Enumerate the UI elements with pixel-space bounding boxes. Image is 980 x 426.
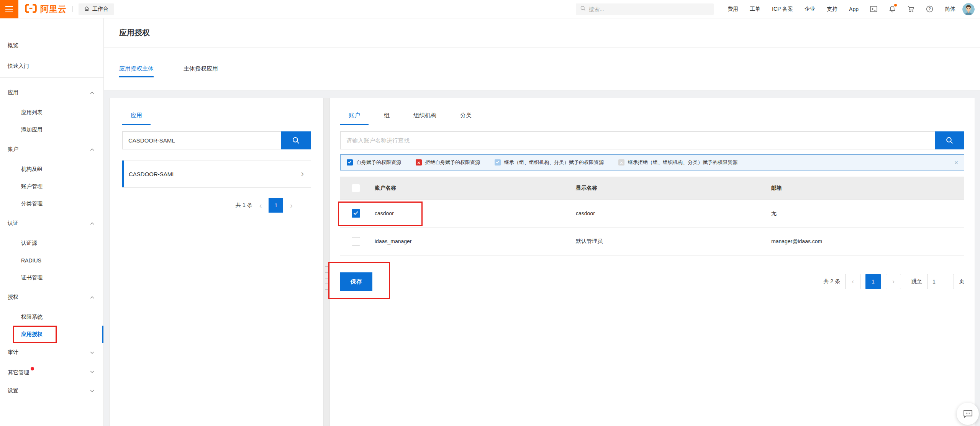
table-row[interactable]: idaas_manager 默认管理员 manager@idaas.com	[340, 228, 964, 256]
chevron-up-icon	[90, 148, 94, 151]
nav-app[interactable]: App	[849, 6, 859, 12]
nav-icp[interactable]: ICP 备案	[772, 6, 793, 13]
bell-icon	[889, 5, 896, 13]
sidebar-item-org-groups[interactable]: 机构及组	[0, 161, 103, 178]
cell-display-name: casdoor	[576, 210, 771, 216]
cart-icon	[907, 5, 914, 13]
sidebar-group-authorization[interactable]: 授权	[0, 286, 103, 308]
total-count: 共 1 条	[236, 202, 252, 209]
save-button[interactable]: 保存	[340, 272, 372, 291]
cloud-shell-button[interactable]	[870, 6, 877, 12]
app-search-input[interactable]	[122, 131, 281, 149]
legend-inherited: 继承（组、组织机构、分类）赋予的权限资源	[495, 159, 604, 166]
nav-billing[interactable]: 费用	[728, 6, 738, 13]
page-title-bar: 应用授权	[104, 18, 980, 48]
global-search[interactable]	[576, 3, 714, 15]
sidebar-group-authentication[interactable]: 认证	[0, 212, 103, 234]
new-badge-dot	[31, 367, 34, 370]
sidebar-item-auth-sources[interactable]: 认证源	[0, 234, 103, 252]
sidebar-item-add-app[interactable]: 添加应用	[0, 121, 103, 138]
active-indicator	[102, 326, 103, 343]
denied-checkbox-icon: ×	[416, 159, 422, 165]
next-page-button[interactable]: ›	[290, 202, 293, 209]
nav-enterprise[interactable]: 企业	[805, 6, 815, 13]
chevron-up-icon	[90, 296, 94, 299]
table-row[interactable]: casdoor casdoor 无	[340, 200, 964, 228]
row-checkbox[interactable]	[352, 237, 360, 246]
alibaba-cloud-logo-icon	[25, 3, 37, 15]
tab-app-authorization-subject[interactable]: 应用授权主体	[119, 65, 154, 77]
chevron-up-icon	[90, 92, 94, 94]
legend-close-icon[interactable]: ×	[954, 159, 958, 166]
feedback-chat-button[interactable]	[957, 403, 979, 425]
sidebar-group-settings[interactable]: 设置	[0, 381, 103, 400]
tab-subject-authorized-apps[interactable]: 主体授权应用	[184, 65, 218, 77]
sidebar-group-accounts[interactable]: 账户	[0, 138, 103, 161]
select-all-checkbox[interactable]	[352, 184, 360, 192]
help-icon: ?	[926, 5, 933, 13]
account-search-button[interactable]	[935, 131, 964, 149]
notification-dot	[894, 4, 897, 7]
logo-text: 阿里云	[40, 3, 67, 15]
nav-support[interactable]: 支持	[827, 6, 837, 13]
user-avatar[interactable]	[962, 3, 975, 15]
permission-legend: 自身赋予的权限资源 × 拒绝自身赋予的权限资源 继承（组、组织机构、分类）赋予的…	[340, 154, 964, 170]
current-page-button[interactable]: 1	[865, 274, 881, 289]
language-switcher[interactable]: 简体	[945, 6, 955, 13]
jump-to-page-input[interactable]	[927, 274, 954, 289]
main-content: 应用授权 应用授权主体 主体授权应用 应用 CASDOOR-SAML	[104, 18, 980, 426]
hamburger-menu-button[interactable]	[0, 0, 18, 18]
notifications-button[interactable]	[889, 5, 896, 13]
alibaba-cloud-logo[interactable]: 阿里云	[25, 3, 67, 15]
sidebar-item-account-mgmt[interactable]: 账户管理	[0, 178, 103, 195]
sidebar-item-cert-mgmt[interactable]: 证书管理	[0, 269, 103, 286]
help-button[interactable]: ?	[926, 5, 933, 13]
nav-tickets[interactable]: 工单	[750, 6, 760, 13]
sidebar-item-overview[interactable]: 概览	[0, 35, 103, 56]
app-search-button[interactable]	[281, 131, 311, 149]
jump-to-label: 跳至	[911, 278, 922, 285]
app-pagination: 共 1 条 ‹ 1 ›	[110, 198, 293, 213]
app-list-item[interactable]: CASDOOR-SAML ›	[122, 160, 311, 188]
sidebar-item-app-list[interactable]: 应用列表	[0, 104, 103, 121]
panel-splitter[interactable]	[324, 98, 329, 426]
prev-page-button[interactable]: ‹	[259, 202, 262, 209]
sidebar-item-classification-mgmt[interactable]: 分类管理	[0, 195, 103, 212]
prev-page-button[interactable]: ‹	[845, 274, 860, 289]
cell-email: manager@idaas.com	[771, 238, 964, 244]
tab-accounts[interactable]: 账户	[340, 112, 369, 125]
workbench-button[interactable]: 工作台	[79, 3, 114, 15]
account-search-input[interactable]	[340, 131, 935, 149]
legend-inherited-denied: × 继承拒绝（组、组织机构、分类）赋予的权限资源	[618, 159, 737, 166]
legend-denied: × 拒绝自身赋予的权限资源	[416, 159, 480, 166]
cell-account-name: casdoor	[375, 210, 576, 216]
tab-classifications[interactable]: 分类	[452, 112, 480, 125]
inherited-denied-checkbox-icon: ×	[618, 159, 624, 165]
sidebar-item-permission-system[interactable]: 权限系统	[0, 308, 103, 326]
splitter-grip-icon[interactable]	[325, 266, 328, 295]
total-count: 共 2 条	[823, 278, 840, 285]
subject-panel: 账户 组 组织机构 分类 自身赋予的权限资源 ×	[329, 98, 975, 426]
home-icon	[84, 6, 90, 13]
top-header: 阿里云 工作台 费用 工单 ICP 备案 企业 支持 App	[0, 0, 980, 18]
next-page-button[interactable]: ›	[886, 274, 901, 289]
sidebar-item-radius[interactable]: RADIUS	[0, 252, 103, 269]
sidebar-group-applications[interactable]: 应用	[0, 82, 103, 104]
sidebar-item-quickstart[interactable]: 快速入门	[0, 56, 103, 77]
search-icon	[292, 136, 300, 144]
sidebar-group-other-mgmt[interactable]: 其它管理	[0, 362, 103, 381]
tab-organizations[interactable]: 组织机构	[405, 112, 445, 125]
page-unit-label: 页	[959, 278, 964, 285]
granted-checkbox-icon	[347, 159, 353, 165]
row-checkbox-checked[interactable]	[352, 209, 360, 218]
workbench-label: 工作台	[92, 6, 108, 13]
sidebar-item-app-authorization[interactable]: 应用授权	[0, 326, 103, 343]
current-page-button[interactable]: 1	[269, 198, 283, 213]
chevron-down-icon	[90, 370, 94, 373]
tab-application[interactable]: 应用	[122, 112, 151, 125]
global-search-input[interactable]	[589, 6, 710, 12]
sidebar-group-audit[interactable]: 审计	[0, 343, 103, 362]
cart-button[interactable]	[907, 5, 914, 13]
tab-groups[interactable]: 组	[375, 112, 398, 125]
accounts-pagination: 共 2 条 ‹ 1 › 跳至 页	[823, 274, 964, 289]
